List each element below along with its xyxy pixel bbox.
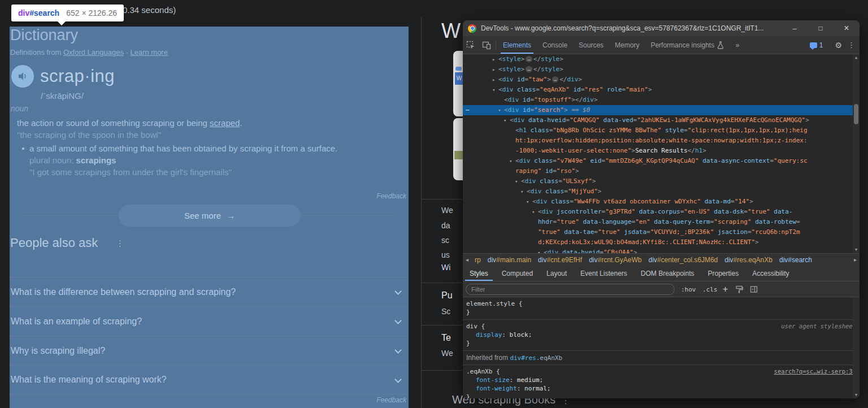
maximize-button[interactable]: □ <box>808 20 834 36</box>
more-options-icon[interactable]: ⋮ <box>116 238 125 249</box>
device-toolbar-button[interactable] <box>479 36 494 54</box>
collapse-arrow-icon[interactable]: ▸ <box>492 75 498 85</box>
issues-counter[interactable]: 1 <box>805 41 828 49</box>
tab-sources[interactable]: Sources <box>573 36 609 54</box>
collapse-arrow-icon[interactable]: ▸ <box>492 64 498 75</box>
expand-arrow-icon[interactable]: ▾ <box>509 156 515 166</box>
expand-arrow-icon[interactable]: ▾ <box>504 115 510 125</box>
tab-performance-insights[interactable]: Performance insights <box>645 36 730 54</box>
elements-tree-line[interactable]: "true" data-tae="true" jsdata="VCUYVd;_;… <box>463 227 860 237</box>
devtools-menu-icon[interactable]: ⋮ <box>847 41 860 49</box>
sidebar-tab-computed[interactable]: Computed <box>495 266 540 281</box>
dictionary-phonetic[interactable]: /ˈskrāpiNG/ <box>41 91 84 101</box>
elements-tree-line[interactable]: d;KEXcpd:koL3x;wUL9Q:bO4mad;KYfi8c:.CLIE… <box>463 237 860 248</box>
breadcrumb-item[interactable]: div#res.eqAnXb <box>721 256 776 264</box>
scroll-down-icon[interactable]: ▼ <box>853 392 860 398</box>
toggle-element-state-button[interactable]: :hov <box>681 281 696 297</box>
breadcrumb-item[interactable]: div#rcnt.GyAeWb <box>585 256 645 264</box>
learn-more-link[interactable]: Learn more <box>130 48 167 57</box>
css-property[interactable]: font-weight: normal; <box>466 384 856 393</box>
tab-memory[interactable]: Memory <box>609 36 645 54</box>
definition-link[interactable]: scraped <box>210 118 240 128</box>
elements-tree-line[interactable]: ▸<style>…</style> <box>463 54 860 64</box>
elements-tree-line[interactable]: ▸<style>…</style> <box>463 64 860 75</box>
elements-tree-line[interactable]: ▾<div class="eqAnXb" id="res" role="main… <box>463 85 860 95</box>
breadcrumb-right-arrow-icon[interactable]: ▸ <box>851 257 860 263</box>
elements-tree-line[interactable]: <h1 class="bNg8Rb OhScic zsYMMe BBwThe" … <box>463 125 860 136</box>
elements-tree-line[interactable]: ▾<div class="Ww4FFb vt6azd obcontainer w… <box>463 197 860 207</box>
elements-tree-line[interactable]: ⋯▾<div id="search"> == $0 <box>463 105 860 115</box>
settings-gear-icon[interactable]: ⚙ <box>830 41 847 50</box>
result-thumbnail-card[interactable]: W <box>453 51 463 116</box>
collapse-arrow-icon[interactable]: ▸ <box>492 54 498 64</box>
elements-tree-line[interactable]: <div id="topstuff"></div> <box>463 95 860 105</box>
feedback-link[interactable]: Feedback <box>376 192 406 200</box>
see-more-button[interactable]: See more→ <box>119 205 301 227</box>
elements-tree-line[interactable]: ▾<div class="MjjYud"> <box>463 186 860 197</box>
sidebar-tab-properties[interactable]: Properties <box>701 266 746 281</box>
inspect-element-button[interactable] <box>463 36 479 54</box>
expand-arrow-icon[interactable]: ▾ <box>532 207 538 217</box>
sidebar-tab-accessibility[interactable]: Accessibility <box>745 266 796 281</box>
inherited-class[interactable]: .eqAnXb <box>536 354 562 362</box>
question-row[interactable]: What is the meaning of scraping work? <box>10 365 409 394</box>
expand-arrow-icon[interactable]: ▾ <box>526 197 532 207</box>
elements-tree-line[interactable]: raping" id="rso"> <box>463 166 860 176</box>
pronounce-button[interactable] <box>11 65 34 88</box>
scrollbar-thumb[interactable] <box>854 104 858 124</box>
computed-sidebar-toggle-button[interactable] <box>750 281 758 297</box>
question-row[interactable]: What is the difference between scrapping… <box>10 277 409 306</box>
question-row[interactable]: What is an example of scraping? <box>10 306 409 336</box>
new-style-rule-button[interactable]: + <box>723 281 728 297</box>
inherited-node-link[interactable]: div#res <box>510 354 536 362</box>
css-property[interactable]: display: block; <box>466 331 856 339</box>
elements-tree-line[interactable]: ▾<div data-hveid="CAMQGQ" data-ved="2ahU… <box>463 115 860 125</box>
elements-tree-line[interactable]: ▸<div id="taw">…</div> <box>463 75 860 85</box>
minimize-button[interactable]: – <box>782 20 808 36</box>
elements-tree-line[interactable]: hhdr="true" data-language="en" data-quer… <box>463 217 860 227</box>
paint-format-button[interactable] <box>735 281 743 297</box>
styles-filter-input[interactable] <box>466 284 675 295</box>
tab-elements[interactable]: Elements <box>497 36 537 54</box>
style-rule[interactable]: search?q=sc…wiz-serp:37.eqAnXb {font-siz… <box>463 365 860 398</box>
feedback-link[interactable]: Feedback <box>376 396 406 404</box>
elements-tree-line[interactable]: -1000;-webkit-user-select:none">Search R… <box>463 146 860 156</box>
elements-tree-line[interactable]: ▾<div class="ULSxyf"> <box>463 176 860 186</box>
breadcrumb-item[interactable]: div#search <box>776 256 815 264</box>
more-tabs-button[interactable]: » <box>730 36 745 54</box>
styles-scrollbar[interactable]: ▲ ▼ <box>853 297 860 398</box>
breadcrumb-item[interactable]: rp <box>471 256 484 264</box>
scroll-up-icon[interactable]: ▲ <box>853 54 860 61</box>
breadcrumb-item[interactable]: div#main.main <box>484 256 535 264</box>
question-row[interactable]: Why is scraping illegal? <box>10 336 409 365</box>
sidebar-tab-styles[interactable]: Styles <box>463 266 495 281</box>
sidebar-tab-layout[interactable]: Layout <box>540 266 574 281</box>
style-rule[interactable]: element.style {} <box>463 297 860 320</box>
code-token: < <box>532 198 536 205</box>
elements-tree-line[interactable]: ht:1px;overflow:hidden;position:absolute… <box>463 136 860 146</box>
expand-arrow-icon[interactable]: ▾ <box>492 85 498 95</box>
sidebar-tab-dom-breakpoints[interactable]: DOM Breakpoints <box>634 266 701 281</box>
elements-scrollbar[interactable]: ▲ ▼ <box>853 54 860 253</box>
style-rule[interactable]: user agent stylesheetdiv {display: block… <box>463 320 860 351</box>
sidebar-tab-event-listeners[interactable]: Event Listeners <box>574 266 634 281</box>
result-thumbnail-card[interactable] <box>453 118 463 180</box>
css-property[interactable]: font-size: medium; <box>466 376 856 384</box>
scroll-down-icon[interactable]: ▼ <box>853 246 860 253</box>
element-classes-button[interactable]: .cls <box>702 281 718 297</box>
breadcrumb-left-arrow-icon[interactable]: ◂ <box>463 257 471 263</box>
tab-console[interactable]: Console <box>537 36 573 54</box>
breadcrumb-item[interactable]: div#center_col.s6JM6d <box>645 256 722 264</box>
devtools-titlebar[interactable]: DevTools - www.google.com/search?q=scrap… <box>463 20 860 36</box>
elements-tree-line[interactable]: ▾<div class="v7W49e" eid="mmtDZb6gK_KGpt… <box>463 156 860 166</box>
expand-arrow-icon[interactable]: ▾ <box>520 186 527 197</box>
expand-arrow-icon[interactable]: ▾ <box>515 176 521 186</box>
stylesheet-source-link[interactable]: search?q=sc…wiz-serp:37 <box>774 367 856 376</box>
expand-arrow-icon[interactable]: ▾ <box>537 248 544 253</box>
breadcrumb-item[interactable]: div#cnt.e9EfHf <box>535 256 585 264</box>
elements-tree-line[interactable]: ▾<div data-hveid="CBsQAA"> <box>463 248 860 253</box>
expand-arrow-icon[interactable]: ▾ <box>498 105 504 115</box>
close-button[interactable]: × <box>834 20 860 36</box>
oxford-languages-link[interactable]: Oxford Languages <box>63 48 124 57</box>
elements-tree-line[interactable]: ▾<div jscontroller="g3PTRd" data-corpus=… <box>463 207 860 217</box>
